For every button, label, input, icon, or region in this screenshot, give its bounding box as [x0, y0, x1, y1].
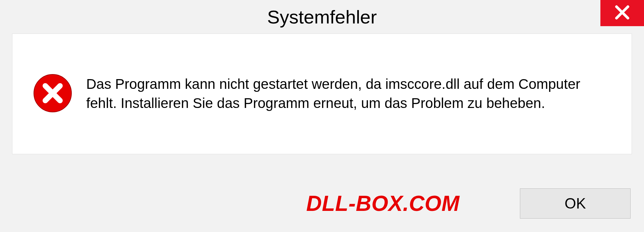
footer: DLL-BOX.COM OK: [0, 185, 644, 222]
error-icon: [33, 73, 73, 115]
error-message: Das Programm kann nicht gestartet werden…: [86, 75, 608, 113]
close-button[interactable]: [600, 0, 644, 26]
watermark-text: DLL-BOX.COM: [306, 191, 460, 216]
dialog-title: Systemfehler: [267, 6, 377, 28]
ok-button[interactable]: OK: [520, 188, 631, 219]
close-icon: [614, 5, 630, 21]
titlebar: Systemfehler: [0, 0, 644, 34]
content-panel: Das Programm kann nicht gestartet werden…: [12, 34, 632, 154]
ok-button-label: OK: [565, 195, 586, 212]
